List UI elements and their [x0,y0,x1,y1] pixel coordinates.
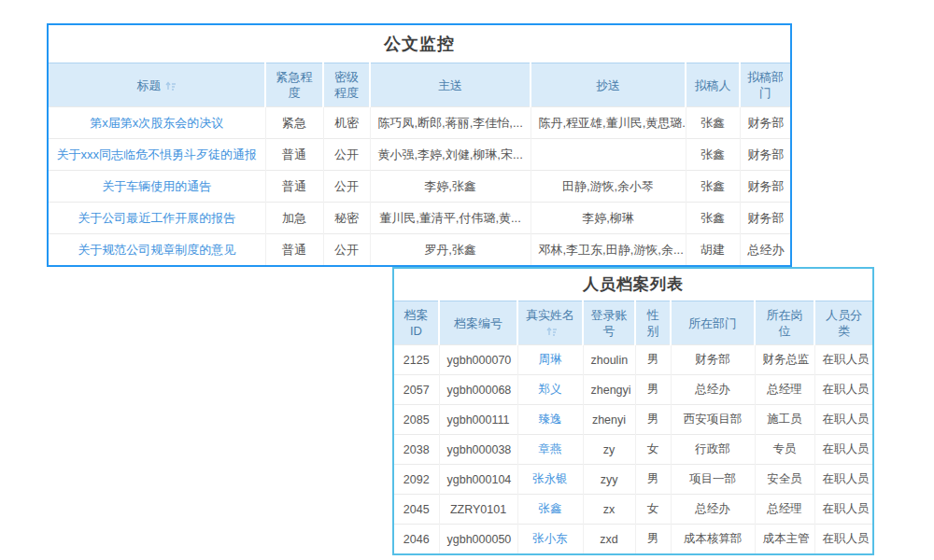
column-header-label: 真实姓名 [526,308,574,322]
column-header-label: 所在岗位 [767,308,803,338]
table-row: 第x届第x次股东会的决议紧急机密陈巧凤,断郎,蒋丽,李佳怡,...陈丹,程亚雄,… [49,107,790,139]
cell-real-name: 章燕 [517,435,583,465]
cell-department: 总经办 [671,375,755,405]
cell-archive-id: 2057 [394,375,439,405]
column-header-main-send: 主送 [370,63,531,107]
cell-main-send: 陈巧凤,断郎,蒋丽,李佳怡,... [370,107,531,139]
column-header-login-account: 登录账号 [583,301,635,345]
cell-urgency: 普通 [265,171,323,203]
table-row: 2045ZZRY0101张鑫zx女总经办总经理在职人员 [394,495,872,525]
cell-main-send: 黄小强,李婷,刘健,柳琳,宋... [370,139,531,171]
cell-main-send: 罗丹,张鑫 [370,234,531,266]
column-header-archive-no: 档案编号 [439,301,517,345]
cell-archive-id: 2038 [394,435,439,465]
cell-cc: 李婷,柳琳 [531,203,686,234]
column-header-category: 人员分类 [814,301,872,345]
cell-real-name: 张小东 [517,525,583,554]
cell-category: 在职人员 [814,435,872,465]
table-row: 2046ygbh000050张小东zxd男成本核算部成本主管在职人员 [394,525,872,554]
cell-category: 在职人员 [814,465,872,495]
title-link[interactable]: 关于公司最近工作开展的报告 [78,211,235,225]
cell-title: 关于规范公司规章制度的意见 [49,234,265,266]
cell-draft-dept: 财务部 [740,139,790,171]
cell-archive-no: ygbh000038 [439,435,517,465]
cell-gender: 女 [635,435,671,465]
column-header-gender: 性别 [635,301,671,345]
cell-login-account: zyy [583,465,635,495]
real-name-link[interactable]: 张鑫 [539,502,562,515]
sort-icon [165,81,177,91]
table-row: 关于xxx同志临危不惧勇斗歹徒的通报普通公开黄小强,李婷,刘健,柳琳,宋...张… [49,139,790,171]
cell-archive-id: 2045 [394,495,439,525]
cell-department: 项目一部 [671,465,755,495]
column-header-position: 所在岗位 [755,301,814,345]
real-name-link[interactable]: 章燕 [539,442,562,455]
cell-archive-id: 2085 [394,405,439,435]
column-header-label: 抄送 [596,78,620,92]
cell-draft-dept: 财务部 [740,171,790,203]
column-header-title[interactable]: 标题 [49,63,265,107]
cell-drafter: 张鑫 [686,139,740,171]
cell-draft-dept: 财务部 [740,203,790,234]
cell-secrecy: 机密 [323,107,370,139]
real-name-link[interactable]: 张小东 [532,532,568,545]
column-header-label: 密级程度 [334,70,359,100]
cell-main-send: 李婷,张鑫 [370,171,531,203]
doc-monitor-table: 标题紧急程度密级程度主送抄送拟稿人拟稿部门 第x届第x次股东会的决议紧急机密陈巧… [49,63,790,265]
cell-secrecy: 公开 [323,171,370,203]
doc-monitor-title: 公文监控 [49,25,790,63]
table-row: 2125ygbh000070周琳zhoulin男财务部财务总监在职人员 [394,345,872,375]
personnel-card: 人员档案列表 档案ID档案编号真实姓名登录账号性别所在部门所在岗位人员分类 21… [392,267,874,555]
cell-position: 安全员 [755,465,814,495]
personnel-title: 人员档案列表 [394,269,872,301]
cell-category: 在职人员 [814,405,872,435]
cell-cc [531,139,686,171]
cell-archive-no: ZZRY0101 [439,495,517,525]
cell-gender: 男 [635,525,671,554]
doc-monitor-card: 公文监控 标题紧急程度密级程度主送抄送拟稿人拟稿部门 第x届第x次股东会的决议紧… [47,23,792,267]
sort-icon [546,327,558,337]
cell-login-account: zy [583,435,635,465]
real-name-link[interactable]: 臻逸 [539,413,562,426]
cell-position: 总经理 [755,495,814,525]
cell-login-account: zxd [583,525,635,554]
cell-drafter: 胡建 [686,234,740,266]
column-header-cc: 抄送 [531,63,686,107]
real-name-link[interactable]: 张永银 [532,472,568,485]
column-header-drafter: 拟稿人 [686,63,740,107]
column-header-label: 人员分类 [826,308,862,338]
cell-archive-id: 2092 [394,465,439,495]
cell-login-account: zhoulin [583,345,635,375]
real-name-link[interactable]: 郑义 [539,383,562,396]
real-name-link[interactable]: 周琳 [539,353,562,366]
cell-gender: 女 [635,495,671,525]
cell-position: 专员 [755,435,814,465]
doc-monitor-table-body: 第x届第x次股东会的决议紧急机密陈巧凤,断郎,蒋丽,李佳怡,...陈丹,程亚雄,… [49,107,790,266]
cell-urgency: 普通 [265,234,323,266]
cell-department: 总经办 [671,495,755,525]
column-header-department: 所在部门 [671,301,755,345]
cell-real-name: 周琳 [517,345,583,375]
title-link[interactable]: 关于车辆使用的通告 [102,179,211,193]
personnel-table-body: 2125ygbh000070周琳zhoulin男财务部财务总监在职人员2057y… [394,345,872,554]
cell-category: 在职人员 [814,525,872,554]
cell-title: 关于xxx同志临危不惧勇斗歹徒的通报 [49,139,265,171]
title-link[interactable]: 第x届第x次股东会的决议 [90,116,223,130]
cell-position: 施工员 [755,405,814,435]
cell-title: 关于车辆使用的通告 [49,171,265,203]
table-row: 2085ygbh000111臻逸zhenyi男西安项目部施工员在职人员 [394,405,872,435]
cell-archive-no: ygbh000104 [439,465,517,495]
table-row: 关于车辆使用的通告普通公开李婷,张鑫田静,游恢,余小琴张鑫财务部 [49,171,790,203]
header-row: 档案ID档案编号真实姓名登录账号性别所在部门所在岗位人员分类 [394,301,872,345]
cell-secrecy: 公开 [323,139,370,171]
cell-archive-no: ygbh000111 [439,405,517,435]
cell-urgency: 加急 [265,203,323,234]
column-header-label: 性别 [647,308,659,338]
title-link[interactable]: 关于xxx同志临危不惧勇斗歹徒的通报 [57,147,258,161]
column-header-real-name[interactable]: 真实姓名 [517,301,583,345]
title-link[interactable]: 关于规范公司规章制度的意见 [78,243,235,257]
cell-department: 行政部 [671,435,755,465]
table-row: 2057ygbh000068郑义zhengyi男总经办总经理在职人员 [394,375,872,405]
cell-gender: 男 [635,405,671,435]
cell-archive-no: ygbh000070 [439,345,517,375]
